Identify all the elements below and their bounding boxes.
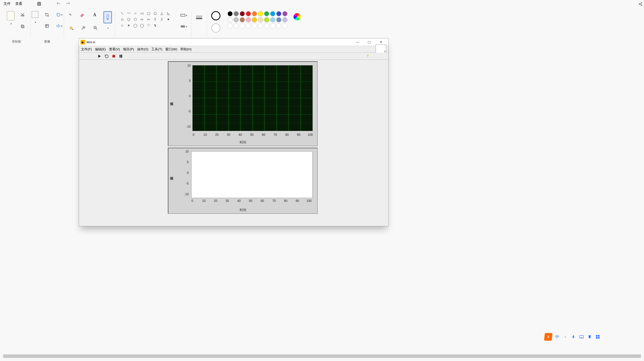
stroke-color-indicator[interactable]	[211, 11, 220, 20]
color-swatch[interactable]	[276, 23, 281, 28]
marker-tool-icon[interactable]	[103, 11, 112, 23]
select-dropdown-icon[interactable]	[34, 20, 36, 24]
color-swatch[interactable]	[234, 17, 239, 22]
fill-color-indicator[interactable]	[211, 23, 220, 33]
maximize-icon[interactable]: ▢	[363, 39, 375, 46]
color-swatch[interactable]	[276, 17, 281, 22]
lv-menu-tools[interactable]: 工具(T)	[151, 47, 162, 52]
ime-keyboard-icon[interactable]	[578, 334, 585, 340]
color-swatch[interactable]	[282, 11, 287, 16]
zoom-icon[interactable]	[92, 24, 99, 32]
lv-menu-edit[interactable]: 编辑(E)	[95, 47, 106, 52]
paste-icon[interactable]	[7, 11, 14, 20]
lv-menu-operate[interactable]: 操作(O)	[137, 47, 149, 52]
waveform-chart-white[interactable]: 幅度 时间 10 5 0 -5 -10 01020304050607080901…	[168, 148, 318, 214]
rotate-icon[interactable]	[56, 11, 63, 18]
picker-icon[interactable]	[80, 24, 87, 32]
shape-pentagon-icon[interactable]: ⬠	[126, 17, 132, 22]
color-wheel-icon[interactable]	[294, 13, 301, 20]
context-help-icon[interactable]: ?	[365, 53, 371, 59]
run-continuous-icon[interactable]	[104, 53, 109, 59]
resize-icon[interactable]	[43, 22, 51, 29]
pencil-icon[interactable]: ✎	[67, 11, 74, 18]
eraser-icon[interactable]	[79, 11, 86, 18]
color-swatch[interactable]	[258, 17, 263, 22]
marker-dropdown-icon[interactable]	[104, 24, 111, 32]
shape-triangle-icon[interactable]: △	[159, 11, 165, 16]
color-swatch[interactable]	[252, 17, 257, 22]
copy-icon[interactable]	[19, 23, 26, 30]
cut-icon[interactable]	[19, 11, 26, 18]
ime-skin-icon[interactable]	[587, 334, 593, 340]
crop-icon[interactable]	[43, 11, 51, 18]
shape-polygon-icon[interactable]: ⬠	[152, 11, 158, 16]
color-swatch[interactable]	[246, 11, 251, 16]
shape-heart-icon[interactable]: ♡	[146, 23, 151, 28]
color-swatch[interactable]	[246, 23, 251, 28]
minimize-icon[interactable]: —	[352, 39, 363, 46]
flip-icon[interactable]	[56, 22, 63, 29]
shape-arrow-d-icon[interactable]: ⇩	[159, 17, 165, 22]
shape-line-icon[interactable]: ＼	[119, 11, 125, 16]
color-swatch[interactable]	[234, 11, 239, 16]
color-swatch[interactable]	[252, 23, 257, 28]
menu-view[interactable]: 查看	[15, 2, 22, 6]
ime-lang-icon[interactable]: 中	[554, 334, 560, 340]
lv-menu-project[interactable]: 项目(P)	[123, 47, 134, 52]
color-swatch[interactable]	[228, 11, 233, 16]
horizontal-scrollbar[interactable]	[3, 354, 641, 358]
lv-menu-window[interactable]: 窗口(W)	[165, 47, 177, 52]
shape-rect-icon[interactable]: ▭	[139, 11, 145, 16]
color-swatch[interactable]	[234, 23, 239, 28]
lv-menu-help[interactable]: 帮助(H)	[180, 47, 191, 52]
redo-icon[interactable]	[66, 1, 71, 6]
color-swatch[interactable]	[270, 17, 275, 22]
shape-callout2-icon[interactable]: ◯	[139, 23, 145, 28]
color-swatch[interactable]	[240, 23, 245, 28]
color-swatch[interactable]	[282, 17, 287, 22]
waveform-chart-scope[interactable]: 幅度 时间 10 5 0 -5 -10 01020304050607080901…	[168, 61, 318, 146]
shape-curve-icon[interactable]: 〰	[126, 11, 132, 16]
shape-bolt-icon[interactable]: ↯	[152, 23, 158, 28]
shape-arrow-u-icon[interactable]: ⇧	[152, 17, 158, 22]
pause-icon[interactable]	[118, 53, 124, 59]
shape-star4-icon[interactable]: ✦	[166, 17, 171, 22]
abort-icon[interactable]	[111, 53, 117, 59]
shapes-gallery[interactable]: ＼ 〰 ○ ▭ ▢ ⬠ △ ◺ ◇ ⬠ ⬡ ⇨ ⇦ ⇧ ⇩ ✦ ☆ ✶ ◯ ◯ …	[119, 11, 172, 28]
shape-hexagon-icon[interactable]: ⬡	[133, 17, 138, 22]
color-swatch[interactable]	[252, 11, 257, 16]
color-swatch[interactable]	[258, 11, 263, 16]
color-swatch[interactable]	[240, 17, 245, 22]
color-swatch[interactable]	[246, 17, 251, 22]
color-swatch[interactable]	[270, 11, 275, 16]
shape-outline-dropdown-icon[interactable]	[180, 12, 187, 19]
undo-icon[interactable]	[56, 1, 61, 6]
ime-logo-icon[interactable]: S	[544, 333, 552, 341]
shape-diamond-icon[interactable]: ◇	[119, 17, 125, 22]
fill-icon[interactable]	[68, 24, 75, 32]
color-swatch[interactable]	[264, 11, 269, 16]
shape-roundrect-icon[interactable]: ▢	[146, 11, 151, 16]
ime-punct-icon[interactable]: ›	[562, 334, 568, 340]
stroke-width-icon[interactable]	[196, 14, 203, 21]
shape-callout-icon[interactable]: ◯	[133, 23, 138, 28]
text-icon[interactable]: A	[91, 11, 98, 18]
save-icon[interactable]	[37, 1, 42, 6]
color-swatch[interactable]	[282, 23, 287, 28]
share-icon[interactable]	[637, 1, 643, 7]
paste-dropdown-icon[interactable]	[10, 22, 12, 25]
lv-menu-file[interactable]: 文件(F)	[81, 47, 92, 52]
shape-arrow-l-icon[interactable]: ⇦	[146, 17, 151, 22]
shape-circle-icon[interactable]: ○	[133, 11, 138, 16]
color-swatch[interactable]	[228, 23, 233, 28]
color-swatch[interactable]	[240, 11, 245, 16]
shape-star5-icon[interactable]: ☆	[119, 23, 125, 28]
shape-star6-icon[interactable]: ✶	[126, 23, 132, 28]
color-swatch[interactable]	[264, 23, 269, 28]
color-swatch[interactable]	[258, 23, 263, 28]
color-swatch[interactable]	[228, 17, 233, 22]
shape-arrow-r-icon[interactable]: ⇨	[139, 17, 145, 22]
lv-menu-view[interactable]: 查看(V)	[109, 47, 120, 52]
color-swatch[interactable]	[270, 23, 275, 28]
color-swatch[interactable]	[276, 11, 281, 16]
